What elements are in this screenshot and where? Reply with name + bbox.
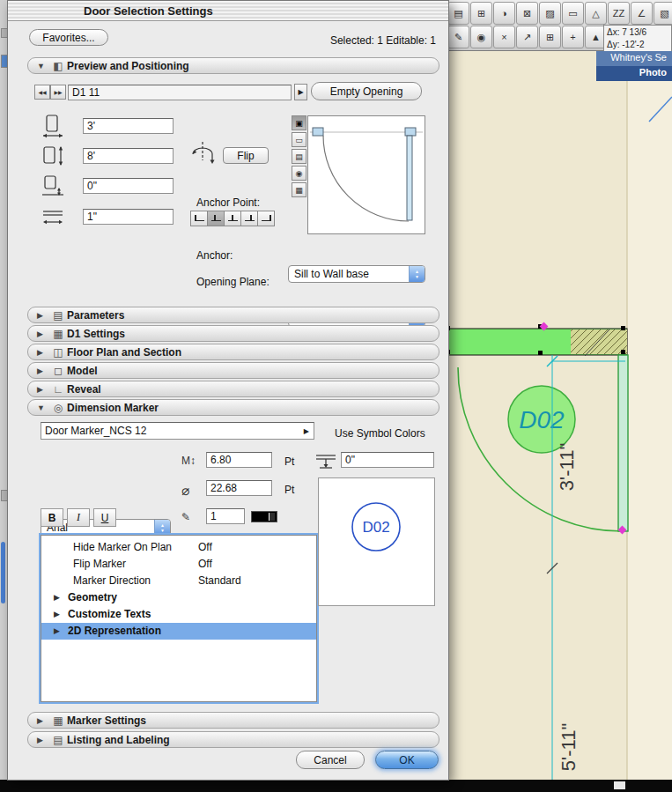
next-door-button[interactable]: ▶▶: [50, 85, 66, 100]
anchor-center-button[interactable]: [224, 211, 241, 226]
door-height-field[interactable]: 8': [83, 148, 174, 164]
section-model[interactable]: ▶ ◻ Model: [27, 362, 439, 379]
text-size-unit: Pt: [284, 455, 294, 468]
toolbar-window-icon[interactable]: ⊞: [470, 2, 492, 25]
toolbar-close-icon[interactable]: ×: [493, 26, 515, 48]
door-preview-pane[interactable]: [307, 115, 425, 234]
prev-door-button[interactable]: ◀◀: [34, 85, 50, 100]
view-plan-button[interactable]: ▭: [292, 132, 306, 147]
disclosure-closed-icon: ▶: [37, 716, 49, 725]
anchor-left-button[interactable]: [190, 211, 208, 226]
bold-button[interactable]: B: [41, 508, 63, 527]
door-width-field[interactable]: 3': [83, 118, 174, 134]
section-listing-labeling[interactable]: ▶ ▤ Listing and Labeling: [27, 731, 439, 748]
coord-dy: Δy: -12'-2: [607, 39, 668, 51]
toolbar-zz-icon[interactable]: ZZ: [608, 2, 630, 25]
list-item[interactable]: Marker Direction Standard: [41, 573, 316, 589]
toolbar-fill-icon[interactable]: ▧: [654, 2, 672, 25]
anchor-dropdown[interactable]: Sill to Wall base ▲ ▼: [288, 265, 425, 283]
disclosure-open-icon: ▼: [37, 403, 49, 412]
view-axis-button[interactable]: ▣: [292, 115, 306, 130]
anchor-label: Anchor:: [196, 249, 233, 262]
selection-info: Selected: 1 Editable: 1: [330, 34, 436, 47]
strip-scroll-handle[interactable]: [1, 542, 5, 603]
disclosure-closed-icon: ▶: [37, 736, 49, 744]
stepper-down-icon: ▼: [415, 274, 419, 279]
sill-height-field[interactable]: 0": [83, 178, 174, 194]
anchor-right-button[interactable]: [257, 211, 275, 226]
toolbar-row-2: ✎ ◉ × ↗ ⊞ + ▲: [447, 26, 607, 48]
flip-button[interactable]: Flip: [223, 147, 269, 164]
toolbar-select-icon[interactable]: ⊠: [516, 2, 538, 25]
cancel-button[interactable]: Cancel: [296, 751, 365, 769]
param-value: Off: [198, 558, 212, 570]
listing-labeling-icon: ▤: [49, 734, 67, 746]
marker-parameter-list[interactable]: Hide Marker On Plan Off Flip Marker Off …: [41, 535, 317, 702]
anchor-right-center-button[interactable]: [240, 211, 258, 226]
disclosure-closed-icon: ▶: [54, 610, 60, 618]
list-item-2d-representation[interactable]: ▶ 2D Representation: [41, 623, 316, 640]
list-item[interactable]: Flip Marker Off: [41, 556, 316, 573]
disclosure-closed-icon: ▶: [54, 593, 60, 602]
disclosure-closed-icon: ▶: [37, 348, 49, 357]
section-dimension-marker[interactable]: ▼ ◎ Dimension Marker: [27, 399, 439, 416]
toolbar-angle-icon[interactable]: ∠: [631, 2, 653, 25]
toolbar-line-icon[interactable]: ▭: [562, 2, 584, 25]
coord-dx: Δx: 7 13/6: [607, 26, 668, 39]
pen-color-swatch[interactable]: [251, 511, 277, 522]
toolbar-grid-icon[interactable]: ▤: [447, 2, 469, 25]
list-item-customize-texts[interactable]: ▶ Customize Texts: [41, 606, 316, 623]
dialog-titlebar[interactable]: Door Selection Settings: [8, 1, 448, 21]
section-parameters[interactable]: ▶ ▤ Parameters: [27, 307, 439, 323]
disclosure-closed-icon: ▶: [37, 311, 49, 320]
door-height-icon: [41, 144, 65, 171]
toolbar-camera-icon[interactable]: ◉: [470, 26, 492, 48]
italic-button[interactable]: I: [67, 508, 90, 527]
door-width-icon: [41, 114, 65, 141]
section-floor-plan[interactable]: ▶ ◫ Floor Plan and Section: [27, 344, 439, 360]
list-item-geometry[interactable]: ▶ Geometry: [41, 589, 316, 606]
dimension-marker-icon: ◎: [49, 402, 67, 414]
marker-size-field[interactable]: 22.68: [206, 480, 272, 496]
section-reveal[interactable]: ▶ ∟ Reveal: [27, 381, 439, 397]
reveal-icon: ∟: [49, 383, 67, 396]
section-label: Reveal: [67, 383, 101, 396]
ok-button[interactable]: OK: [375, 751, 439, 769]
text-size-field[interactable]: 6.80: [206, 452, 272, 468]
toolbar-shade-icon[interactable]: ◑: [493, 2, 515, 25]
door-id-field[interactable]: D1 11: [68, 85, 292, 100]
marker-preview-drawing: D02: [319, 478, 434, 605]
marker-offset-field[interactable]: 0": [341, 452, 434, 468]
d1-settings-icon: ▦: [49, 328, 67, 340]
pen-number-field[interactable]: 1: [206, 508, 245, 524]
toolbar-arrow-icon[interactable]: ↗: [516, 26, 538, 48]
toolbar-hatch-icon[interactable]: ▨: [539, 2, 561, 25]
view-3d-button[interactable]: ◉: [292, 166, 306, 181]
toolbar-triangle-icon[interactable]: △: [585, 2, 607, 25]
anchor-left-center-button[interactable]: [207, 211, 225, 226]
toolbar-pencil-icon[interactable]: ✎: [447, 26, 469, 48]
favorites-button[interactable]: Favorites...: [29, 29, 108, 46]
marker-type-dropdown[interactable]: Door Marker_NCS 12 ▶: [41, 422, 314, 440]
toolbar-plus-icon[interactable]: +: [562, 26, 584, 48]
tab-whitneys[interactable]: Whitney's Se: [596, 51, 672, 66]
view-front-button[interactable]: ▤: [292, 149, 306, 164]
preview-view-stack: ▣ ▭ ▤ ◉ ▦: [292, 115, 306, 199]
section-label: Listing and Labeling: [67, 734, 170, 746]
empty-opening-button[interactable]: Empty Opening: [311, 82, 422, 100]
marker-size-unit: Pt: [284, 484, 294, 496]
section-d1-settings[interactable]: ▶ ▦ D1 Settings: [27, 325, 439, 342]
section-preview-positioning[interactable]: ▼ ◧ Preview and Positioning: [27, 57, 439, 74]
list-item[interactable]: Hide Marker On Plan Off: [41, 539, 316, 556]
underline-button[interactable]: U: [93, 508, 116, 527]
tab-photo[interactable]: Photo: [596, 66, 672, 81]
tolerance-field[interactable]: 1": [83, 209, 174, 225]
view-section-button[interactable]: ▦: [292, 182, 306, 197]
section-marker-settings[interactable]: ▶ ▦ Marker Settings: [27, 712, 439, 729]
toolbar-grid2-icon[interactable]: ⊞: [539, 26, 561, 48]
disclosure-closed-icon: ▶: [54, 626, 60, 635]
marker-preview-text: D02: [362, 519, 389, 536]
door-preview-drawing: [308, 116, 425, 233]
text-size-icon: M↕: [181, 455, 196, 467]
library-popup-button[interactable]: ▶: [294, 84, 307, 100]
